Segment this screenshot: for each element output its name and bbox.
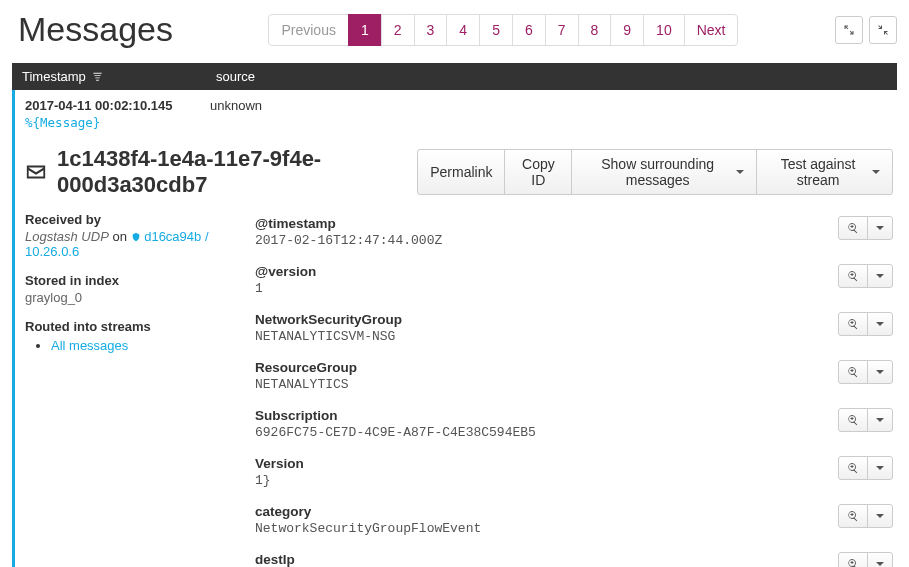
pagination-page-7[interactable]: 7 [546, 15, 578, 45]
field-value: NetworkSecurityGroupFlowEvent [255, 521, 838, 536]
field-row: categoryNetworkSecurityGroupFlowEvent [255, 500, 893, 548]
field-menu-button[interactable] [867, 504, 893, 528]
field-name: ResourceGroup [255, 360, 838, 375]
page-title: Messages [18, 10, 173, 49]
surrounding-messages-button[interactable]: Show surrounding messages [571, 149, 757, 195]
routed-streams-label: Routed into streams [25, 319, 235, 334]
pagination-prev: Previous [269, 15, 347, 45]
envelope-icon [25, 161, 47, 183]
field-zoom-button[interactable] [838, 264, 868, 288]
field-menu-button[interactable] [867, 264, 893, 288]
field-menu-button[interactable] [867, 408, 893, 432]
pagination-page-5[interactable]: 5 [480, 15, 512, 45]
pagination-page-9[interactable]: 9 [611, 15, 643, 45]
col-timestamp-label: Timestamp [22, 69, 86, 84]
field-zoom-button[interactable] [838, 504, 868, 528]
message-id: 1c1438f4-1e4a-11e7-9f4e-000d3a30cdb7 [57, 146, 417, 198]
field-menu-button[interactable] [867, 312, 893, 336]
field-zoom-button[interactable] [838, 408, 868, 432]
field-name: destIp [255, 552, 838, 567]
sort-desc-icon [92, 71, 103, 82]
permalink-button[interactable]: Permalink [417, 149, 505, 195]
field-value: 2017-02-16T12:47:44.000Z [255, 233, 838, 248]
pagination-next[interactable]: Next [685, 15, 738, 45]
test-against-stream-button[interactable]: Test against stream [756, 149, 893, 195]
message-fields: @timestamp2017-02-16T12:47:44.000Z@versi… [255, 212, 893, 567]
field-value: 6926FC75-CE7D-4C9E-A87F-C4E38C594EB5 [255, 425, 838, 440]
stored-index-label: Stored in index [25, 273, 235, 288]
field-menu-button[interactable] [867, 360, 893, 384]
expand-icon[interactable] [835, 16, 863, 44]
pagination-page-6[interactable]: 6 [513, 15, 545, 45]
row-source: unknown [210, 98, 893, 113]
field-value: NETANALYTICSVM-NSG [255, 329, 838, 344]
field-name: @timestamp [255, 216, 838, 231]
pagination-page-10[interactable]: 10 [644, 15, 684, 45]
collapse-icon[interactable] [869, 16, 897, 44]
message-actions: Permalink Copy ID Show surrounding messa… [417, 149, 893, 195]
field-zoom-button[interactable] [838, 552, 868, 567]
field-menu-button[interactable] [867, 216, 893, 240]
pagination-page-4[interactable]: 4 [447, 15, 479, 45]
test-against-stream-label: Test against stream [769, 156, 867, 188]
message-meta: Received by Logstash UDP on d16ca94b / 1… [25, 212, 235, 567]
field-zoom-button[interactable] [838, 216, 868, 240]
message-row: 2017-04-11 00:02:10.145 unknown %{Messag… [12, 90, 897, 567]
col-timestamp-header[interactable]: Timestamp [12, 63, 206, 90]
field-zoom-button[interactable] [838, 360, 868, 384]
field-name: category [255, 504, 838, 519]
pagination-page-1[interactable]: 1 [349, 15, 381, 45]
received-by-label: Received by [25, 212, 235, 227]
chevron-down-icon [736, 170, 744, 174]
table-header: Timestamp source [12, 63, 897, 90]
stream-link[interactable]: All messages [51, 338, 128, 353]
field-menu-button[interactable] [867, 456, 893, 480]
field-row: destIp10.2.0.4 [255, 548, 893, 567]
chevron-down-icon [872, 170, 880, 174]
field-name: @version [255, 264, 838, 279]
field-row: ResourceGroupNETANALYTICS [255, 356, 893, 404]
pagination-page-2[interactable]: 2 [382, 15, 414, 45]
field-row: Version1} [255, 452, 893, 500]
field-name: Version [255, 456, 838, 471]
pagination-page-3[interactable]: 3 [415, 15, 447, 45]
field-name: NetworkSecurityGroup [255, 312, 838, 327]
received-input: Logstash UDP [25, 229, 109, 244]
field-row: Subscription6926FC75-CE7D-4C9E-A87F-C4E3… [255, 404, 893, 452]
row-raw-message[interactable]: %{Message} [25, 115, 100, 130]
field-zoom-button[interactable] [838, 456, 868, 480]
field-value: NETANALYTICS [255, 377, 838, 392]
pagination: Previous12345678910Next [269, 14, 738, 46]
col-source-header[interactable]: source [206, 63, 897, 90]
field-menu-button[interactable] [867, 552, 893, 567]
field-value: 1} [255, 473, 838, 488]
row-timestamp: 2017-04-11 00:02:10.145 [25, 98, 210, 113]
pagination-page-8[interactable]: 8 [579, 15, 611, 45]
surrounding-messages-label: Show surrounding messages [584, 156, 731, 188]
field-row: @version1 [255, 260, 893, 308]
field-value: 1 [255, 281, 838, 296]
field-name: Subscription [255, 408, 838, 423]
routed-streams-list: All messages [25, 338, 235, 353]
copy-id-button[interactable]: Copy ID [504, 149, 572, 195]
field-zoom-button[interactable] [838, 312, 868, 336]
received-on-word: on [112, 229, 126, 244]
stored-index-value: graylog_0 [25, 290, 235, 305]
field-row: NetworkSecurityGroupNETANALYTICSVM-NSG [255, 308, 893, 356]
field-row: @timestamp2017-02-16T12:47:44.000Z [255, 212, 893, 260]
